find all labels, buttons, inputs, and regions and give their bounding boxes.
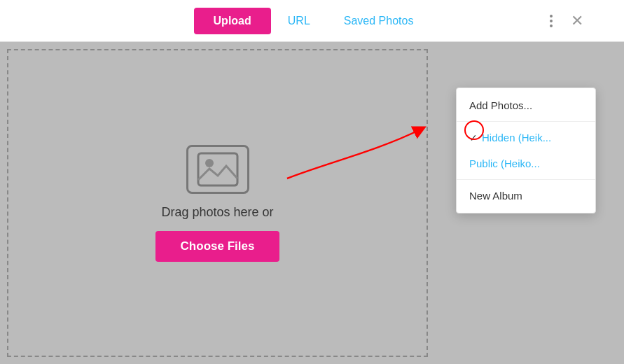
dropdown-divider-2	[457, 179, 595, 180]
drag-text: Drag photos here or	[161, 205, 273, 220]
hidden-label: Hidden (Heik...	[482, 132, 551, 144]
drop-zone[interactable]: Drag photos here or Choose Files	[7, 49, 428, 357]
main-area: Drag photos here or Choose Files Add Pho…	[0, 42, 624, 364]
dropdown-item-public[interactable]: Public (Heiko...	[457, 150, 595, 176]
close-button[interactable]: ✕	[565, 9, 589, 33]
tab-url[interactable]: URL	[271, 8, 327, 34]
dropdown-divider	[457, 121, 595, 122]
header: Upload URL Saved Photos ✕	[0, 0, 624, 42]
image-placeholder-icon	[186, 145, 249, 194]
tab-upload[interactable]: Upload	[194, 8, 271, 34]
dot2	[550, 20, 553, 22]
svg-rect-0	[198, 153, 237, 186]
svg-point-1	[205, 159, 214, 167]
dropdown-item-new-album[interactable]: New Album	[457, 183, 595, 209]
header-actions: ✕	[544, 9, 589, 33]
add-photos-label: Add Photos...	[469, 99, 532, 111]
check-icon: ✓	[469, 132, 478, 144]
tabs: Upload URL Saved Photos	[194, 8, 431, 34]
more-options-button[interactable]	[544, 12, 558, 30]
choose-files-button[interactable]: Choose Files	[155, 231, 280, 262]
dropdown-menu: Add Photos... ✓ Hidden (Heik... Public (…	[456, 88, 596, 214]
new-album-label: New Album	[469, 190, 522, 202]
tab-saved-photos[interactable]: Saved Photos	[327, 8, 431, 34]
dropdown-item-add-photos[interactable]: Add Photos...	[457, 92, 595, 118]
dot3	[550, 24, 553, 27]
dropdown-item-hidden[interactable]: ✓ Hidden (Heik...	[457, 125, 595, 150]
dot1	[550, 15, 553, 18]
public-label: Public (Heiko...	[469, 158, 540, 169]
